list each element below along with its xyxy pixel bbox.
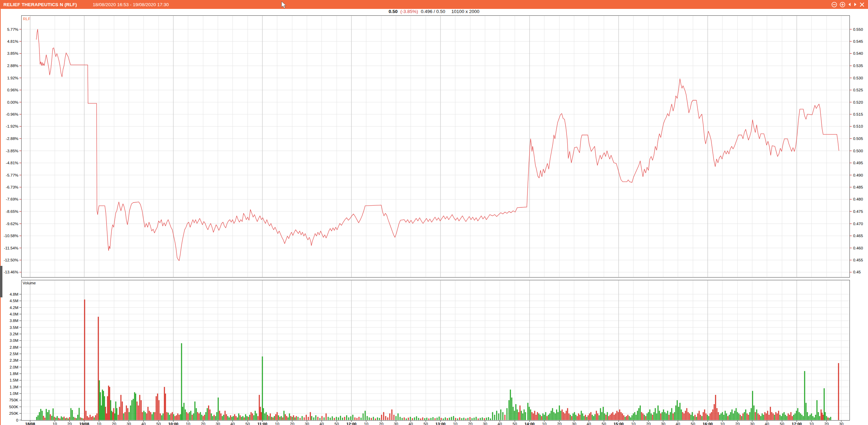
volume-bar	[387, 417, 388, 420]
volume-bar	[818, 412, 819, 420]
volume-bar	[649, 410, 650, 420]
volume-bar	[618, 412, 619, 420]
price-axis-label-left: -9.62%	[6, 222, 18, 226]
pane-resize-handle[interactable]	[0, 266, 2, 297]
volume-bar	[431, 418, 432, 420]
x-axis-label: 10	[720, 422, 725, 425]
volume-bar	[161, 415, 162, 420]
volume-bar	[693, 416, 694, 420]
x-axis-label: 20	[557, 422, 562, 425]
volume-bar	[192, 415, 193, 420]
volume-bar	[691, 415, 692, 420]
volume-bar	[514, 411, 515, 420]
price-axis-label-left: -3.85%	[6, 149, 18, 153]
x-axis-label: 40	[676, 422, 680, 425]
volume-bar	[449, 418, 450, 420]
volume-bar	[838, 363, 839, 420]
volume-bar	[556, 410, 557, 420]
window-titlebar[interactable]: RELIEF THERAPEUTICS N (RLF) 18/08/2020 1…	[0, 0, 868, 9]
volume-bar	[673, 413, 674, 420]
price-axis-label-left: 4.81%	[7, 39, 18, 43]
volume-bar	[699, 411, 700, 420]
volume-bar	[575, 415, 576, 420]
volume-bar	[752, 391, 753, 420]
close-icon[interactable]	[859, 2, 865, 7]
volume-bar	[344, 417, 345, 420]
volume-bar	[608, 416, 609, 420]
volume-bar	[118, 415, 119, 420]
volume-bar	[266, 412, 267, 420]
x-axis-label: 16:00	[703, 422, 712, 425]
chart-canvas[interactable]: 5.77%0.5504.81%0.5453.85%0.5402.88%0.535…	[0, 0, 868, 425]
volume-bar	[522, 413, 523, 420]
volume-bar	[494, 415, 495, 420]
volume-bar	[355, 417, 356, 420]
volume-bar	[796, 411, 797, 420]
volume-bar	[622, 413, 623, 420]
volume-bar	[571, 416, 572, 420]
volume-bar	[474, 418, 475, 420]
volume-bar	[207, 408, 208, 420]
price-axis-label-left: -13.46%	[4, 270, 18, 274]
volume-bar	[482, 417, 483, 420]
volume-bar	[47, 412, 48, 420]
scroll-left-icon[interactable]	[848, 2, 851, 7]
volume-bar	[68, 418, 69, 420]
volume-bar	[398, 413, 399, 420]
scroll-right-icon[interactable]	[854, 2, 857, 7]
volume-bar	[585, 415, 586, 420]
volume-bar	[702, 416, 703, 420]
volume-bar	[684, 413, 685, 420]
volume-bar	[524, 410, 525, 420]
volume-bar	[549, 413, 550, 420]
x-axis-label: 10	[53, 422, 57, 425]
volume-bar	[173, 414, 174, 420]
volume-bar	[670, 412, 671, 420]
volume-bar	[558, 412, 559, 420]
volume-bar	[215, 416, 216, 420]
volume-bar	[717, 408, 718, 420]
volume-bar	[232, 417, 233, 420]
volume-bar	[776, 412, 777, 420]
volume-bar	[632, 415, 633, 420]
volume-bar	[127, 408, 128, 420]
price-axis-label-right: 0.525	[853, 88, 863, 92]
x-axis-label: 50	[424, 422, 428, 425]
zoom-in-icon[interactable]	[840, 2, 845, 8]
volume-axis-label: 2.3M	[10, 358, 18, 362]
volume-bar	[490, 418, 491, 420]
volume-bar	[352, 415, 354, 420]
volume-bar	[132, 400, 133, 420]
volume-bar	[168, 413, 169, 420]
volume-bar	[755, 412, 756, 420]
volume-bar	[604, 413, 605, 420]
price-axis-label-left: -6.73%	[6, 185, 18, 189]
volume-bar	[119, 407, 120, 420]
volume-bar	[663, 410, 664, 420]
volume-bar	[580, 415, 581, 420]
volume-bar	[252, 413, 253, 420]
last-price: 0.50	[388, 9, 397, 14]
volume-bar	[263, 408, 264, 420]
volume-bar	[532, 412, 533, 420]
volume-bar	[95, 415, 96, 420]
volume-bar	[182, 407, 183, 420]
price-axis-label-right: 0.530	[853, 76, 863, 80]
volume-bar	[249, 415, 250, 420]
volume-bar	[636, 415, 637, 420]
volume-bar	[336, 417, 337, 420]
volume-bar	[402, 418, 403, 420]
volume-bar	[647, 413, 648, 420]
volume-bar	[528, 403, 529, 420]
volume-bar	[137, 401, 138, 420]
volume-bar	[581, 411, 582, 420]
volume-bar	[708, 416, 709, 420]
price-axis-label-right: 0.480	[853, 197, 863, 201]
volume-bar	[451, 417, 452, 420]
volume-bar	[49, 410, 50, 420]
volume-bar	[578, 413, 579, 420]
volume-bar	[247, 416, 248, 420]
price-axis-label-right: 0.460	[853, 246, 863, 250]
volume-bar	[669, 415, 670, 420]
zoom-out-icon[interactable]	[831, 2, 837, 8]
